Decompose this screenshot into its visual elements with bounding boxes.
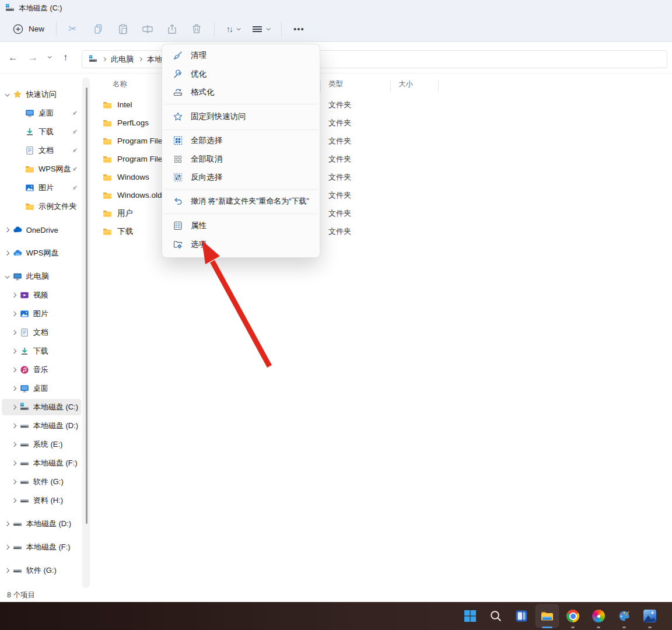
sidebar-scrollbar-thumb[interactable] <box>86 88 88 524</box>
sidebar-item-local-disk-d-root[interactable]: 本地磁盘 (D:) <box>2 516 81 532</box>
chevron-right-icon[interactable] <box>5 228 9 232</box>
sidebar-item-downloads[interactable]: 下载 <box>2 124 81 140</box>
column-divider[interactable] <box>390 80 391 92</box>
chevron-right-icon[interactable] <box>12 424 16 428</box>
drive-icon <box>20 459 29 468</box>
chevron-down-icon[interactable] <box>5 92 10 96</box>
chevron-right-icon[interactable] <box>12 349 16 354</box>
breadcrumb-this-pc[interactable]: 此电脑 <box>111 54 134 65</box>
chevron-right-icon[interactable] <box>12 330 16 335</box>
sidebar-item-pictures[interactable]: 图片 <box>2 306 81 322</box>
sidebar-item-wps-folder[interactable]: WPS网盘 <box>2 161 81 177</box>
active-app-indicator <box>542 626 552 628</box>
file-type: 文件夹 <box>328 226 351 237</box>
taskbar-file-explorer[interactable] <box>536 604 559 628</box>
sidebar-item-videos[interactable]: 视频 <box>2 287 81 303</box>
menu-item-label: 清理 <box>191 50 206 61</box>
recent-locations-chevron-icon[interactable] <box>48 54 52 58</box>
sidebar-item-local-disk-d[interactable]: 本地磁盘 (D:) <box>2 418 81 434</box>
chevron-right-icon[interactable] <box>12 312 16 316</box>
see-more-context-menu: 清理 优化 格式化 固定到快速访问 全部选择 全部取消 反向选择 撤消 将“新建… <box>162 44 320 258</box>
chevron-right-icon[interactable] <box>12 461 16 466</box>
column-divider[interactable] <box>438 80 439 92</box>
sidebar-item-label: 系统 (E:) <box>33 439 63 450</box>
chevron-right-icon[interactable] <box>12 386 16 391</box>
sidebar-item-desktop[interactable]: 桌面 <box>2 380 81 397</box>
sidebar-item-quick-access[interactable]: 快速访问 <box>2 86 81 103</box>
menu-item-options[interactable]: 选项 <box>166 236 316 253</box>
rename-button[interactable] <box>135 20 160 38</box>
drive-icon <box>5 4 15 13</box>
menu-item-pin-to-quick-access[interactable]: 固定到快速访问 <box>166 108 316 125</box>
sidebar-item-desktop[interactable]: 桌面 <box>2 105 81 121</box>
column-header-name[interactable]: 名称 <box>113 79 127 89</box>
sidebar-item-local-disk-f-root[interactable]: 本地磁盘 (F:) <box>2 539 81 555</box>
chevron-right-icon[interactable] <box>5 545 9 550</box>
chevron-right-icon[interactable] <box>5 568 9 573</box>
widgets-button[interactable] <box>510 604 533 628</box>
window-title: 本地磁盘 (C:) <box>19 4 62 13</box>
menu-item-properties[interactable]: 属性 <box>166 217 316 235</box>
sidebar-item-music[interactable]: 音乐 <box>2 362 81 378</box>
sort-button[interactable]: ↑↓ <box>220 21 246 37</box>
menu-item-clean-up[interactable]: 清理 <box>166 47 316 64</box>
paste-button[interactable] <box>111 20 135 38</box>
sidebar-item-wps-cloud[interactable]: WPS网盘 <box>2 245 81 261</box>
chevron-right-icon[interactable] <box>12 498 16 503</box>
taskbar-photo-viewer[interactable] <box>638 604 662 628</box>
menu-item-select-none[interactable]: 全部取消 <box>166 150 316 168</box>
start-button[interactable] <box>459 604 482 628</box>
copy-icon <box>93 23 104 35</box>
chevron-right-icon[interactable] <box>12 293 16 298</box>
toolbar-divider <box>281 22 282 36</box>
sidebar-item-software-g[interactable]: 软件 (G:) <box>2 474 81 490</box>
sidebar-item-label: 桌面 <box>33 383 48 394</box>
sidebar-item-onedrive[interactable]: OneDrive <box>2 222 81 238</box>
column-header-type[interactable]: 类型 <box>328 79 343 89</box>
sidebar-item-this-pc[interactable]: 此电脑 <box>2 268 81 285</box>
sidebar-item-data-h[interactable]: 资料 (H:) <box>2 492 81 509</box>
sidebar-item-local-disk-c[interactable]: 本地磁盘 (C:) <box>2 399 81 415</box>
menu-item-optimize[interactable]: 优化 <box>166 65 316 83</box>
sidebar-item-downloads[interactable]: 下载 <box>2 343 81 359</box>
sidebar-item-documents[interactable]: 文档 <box>2 142 81 159</box>
wps-cloud-icon <box>13 249 22 258</box>
chevron-right-icon[interactable] <box>12 442 16 447</box>
cut-button[interactable]: ✂ <box>62 20 86 38</box>
share-button[interactable] <box>160 20 184 38</box>
chevron-right-icon[interactable] <box>12 368 16 372</box>
chevron-down-icon[interactable] <box>5 274 10 278</box>
up-button[interactable]: ↑ <box>63 51 68 64</box>
menu-item-invert-selection[interactable]: 反向选择 <box>166 169 316 186</box>
search-button[interactable] <box>484 604 508 628</box>
chevron-right-icon[interactable] <box>5 522 9 526</box>
chevron-right-icon[interactable] <box>12 405 16 410</box>
sidebar-item-system-e[interactable]: 系统 (E:) <box>2 436 81 453</box>
menu-item-format[interactable]: 格式化 <box>166 83 316 101</box>
back-button[interactable]: ← <box>8 51 18 64</box>
drive-icon <box>13 566 22 575</box>
delete-button[interactable] <box>184 20 209 38</box>
sidebar-item-label: OneDrive <box>26 226 58 235</box>
taskbar-chrome[interactable] <box>561 604 584 628</box>
taskbar-paint[interactable] <box>612 604 636 628</box>
chevron-right-icon[interactable] <box>5 251 9 256</box>
see-more-button[interactable]: ••• <box>287 20 311 37</box>
view-button[interactable] <box>246 22 276 37</box>
sidebar-item-documents[interactable]: 文档 <box>2 324 81 341</box>
column-header-size[interactable]: 大小 <box>398 79 413 89</box>
sidebar-item-software-g-root[interactable]: 软件 (G:) <box>2 562 81 579</box>
menu-item-select-all[interactable]: 全部选择 <box>166 132 316 149</box>
taskbar-photos[interactable] <box>587 604 610 628</box>
forward-button[interactable]: → <box>28 51 38 64</box>
column-divider[interactable] <box>320 80 321 92</box>
menu-item-label: 全部取消 <box>191 154 222 164</box>
new-button[interactable]: New <box>6 20 51 38</box>
copy-button[interactable] <box>86 20 111 38</box>
sidebar-item-sample-folder[interactable]: 示例文件夹 <box>2 198 81 215</box>
menu-item-undo-rename[interactable]: 撤消 将“新建文件夹”重命名为“下载” <box>166 192 316 210</box>
file-name: Intel <box>117 100 132 109</box>
sidebar-item-pictures[interactable]: 图片 <box>2 180 81 196</box>
chevron-right-icon[interactable] <box>12 480 16 484</box>
sidebar-item-local-disk-f[interactable]: 本地磁盘 (F:) <box>2 455 81 471</box>
